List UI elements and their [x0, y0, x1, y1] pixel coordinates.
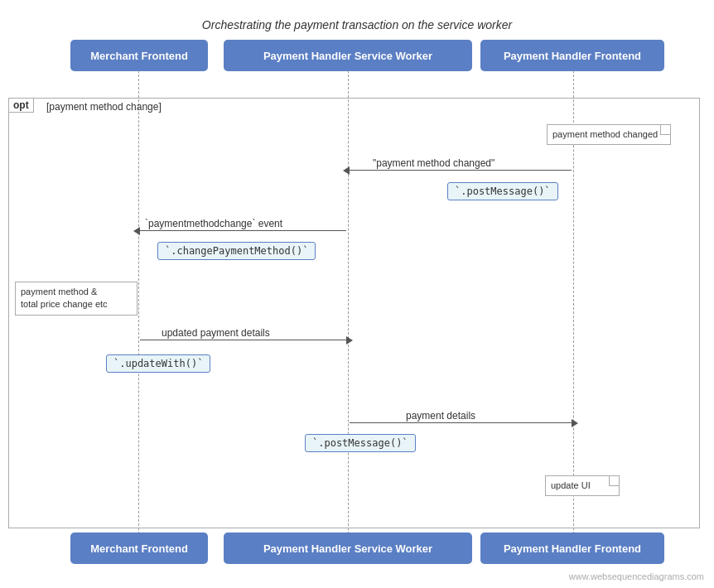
watermark: www.websequencediagrams.com — [569, 571, 704, 581]
arrow-payment-details — [350, 422, 572, 423]
arrow-paymentmethodchange — [140, 230, 346, 231]
note-corner-2 — [609, 476, 619, 486]
method-change-payment-method: `.changePaymentMethod()` — [157, 242, 316, 260]
actor-service-worker-bottom: Payment Handler Service Worker — [224, 533, 472, 564]
arrow-label-updated-payment-details: updated payment details — [162, 327, 270, 339]
note-payment-method-total: payment method & total price change etc — [15, 282, 137, 316]
actor-payment-handler-bottom: Payment Handler Frontend — [480, 533, 664, 564]
opt-label: opt — [9, 99, 34, 113]
note-update-ui: update UI — [545, 475, 620, 496]
method-post-message-2: `.postMessage()` — [305, 434, 416, 452]
actor-merchant-bottom: Merchant Frontend — [70, 533, 208, 564]
actor-service-worker-top: Payment Handler Service Worker — [224, 40, 472, 71]
arrow-payment-method-changed — [350, 170, 572, 171]
arrow-label-paymentmethodchange: `paymentmethodchange` event — [145, 218, 282, 229]
arrow-label-payment-details: payment details — [406, 410, 475, 422]
diagram-title: Orchestrating the payment transaction on… — [0, 8, 714, 31]
opt-guard: [payment method change] — [46, 101, 162, 113]
method-update-with: `.updateWith()` — [106, 354, 210, 373]
note-payment-method-changed: payment method changed — [547, 124, 671, 145]
actor-merchant-top: Merchant Frontend — [70, 40, 208, 71]
arrow-updated-payment-details — [140, 340, 346, 340]
actor-payment-handler-top: Payment Handler Frontend — [480, 40, 664, 71]
diagram-container: Orchestrating the payment transaction on… — [0, 0, 714, 588]
method-post-message-1: `.postMessage()` — [447, 182, 558, 200]
note-corner — [660, 125, 670, 135]
arrow-label-payment-method-changed: "payment method changed" — [373, 157, 494, 169]
